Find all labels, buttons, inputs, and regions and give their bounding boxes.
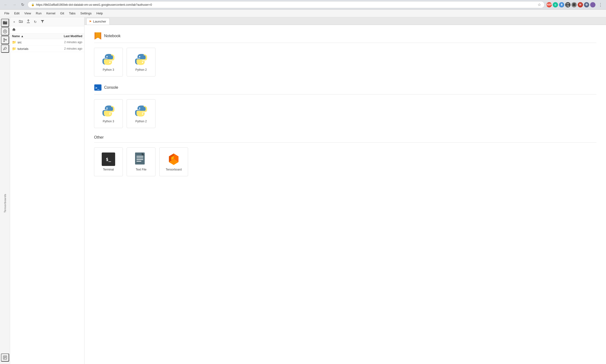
menu-tabs[interactable]: Tabs [66,11,78,16]
name-column-header[interactable]: Name ▲ [12,35,51,38]
app-container: File Edit View Run Kernel Git Tabs Setti… [0,10,606,364]
svg-point-16 [106,56,108,57]
upload-button[interactable] [26,19,31,25]
tensorboards-label[interactable]: Tensorboards [4,191,6,215]
menu-bar: File Edit View Run Kernel Git Tabs Setti… [0,10,606,17]
menu-run[interactable]: Run [33,11,44,16]
launcher-tab-label: Launcher [93,20,106,23]
svg-point-23 [109,113,111,115]
home-breadcrumb[interactable] [10,26,84,34]
home-icon-button[interactable] [12,28,16,32]
user-avatar[interactable] [590,2,595,7]
browser-chrome: ← → ↻ 🔒 https://9b02af8a91900eb-dot-data… [0,0,606,10]
tensorboard-card-icon [167,153,180,166]
launcher-main: Notebook [84,25,606,364]
svg-rect-29 [136,159,143,160]
back-button[interactable]: ← [2,2,9,8]
sidebar-icon-panel: Tensorboards [0,17,10,364]
svg-point-19 [142,62,143,63]
console-section-icon: >_ [94,84,102,91]
notebook-section-icon [94,32,102,40]
ext-blue-1[interactable]: ⤊ [559,2,564,7]
folder-icon: 📁 [12,40,16,44]
console-section-title: Console [104,85,118,90]
svg-marker-15 [95,32,100,39]
textfile-card-label: Text File [136,168,146,171]
sidebar-snippets-button[interactable] [1,353,9,362]
notebook-section-title: Notebook [104,34,121,38]
svg-point-22 [106,108,108,109]
menu-git[interactable]: Git [58,11,67,16]
lock-icon: 🔒 [31,3,35,6]
menu-file[interactable]: File [2,11,12,16]
address-bar[interactable]: 🔒 https://9b02af8a91900eb-dot-datalab-vm… [27,1,545,8]
python2-notebook-icon [134,53,148,66]
forward-button[interactable]: → [11,2,18,8]
file-browser-panel: + ↻ Name ▲ [10,17,84,364]
python3-console-label: Python 3 [103,120,114,123]
notebook-cards-row: Python 3 Python 2 [94,48,596,77]
sidebar-running-button[interactable] [1,27,9,36]
python3-notebook-icon [102,53,115,66]
menu-kernel[interactable]: Kernel [44,11,58,16]
terminal-dollar-sign: $_ [106,157,111,162]
screen-extension[interactable]: ⬛ [571,2,577,7]
git-extension[interactable]: GitZip [565,2,570,7]
launcher-tab[interactable]: ⚑ Launcher [86,18,110,25]
other-divider [94,143,596,143]
python2-console-card[interactable]: Python 2 [127,99,156,128]
textfile-card[interactable]: Text File [127,147,156,176]
modified-column-header[interactable]: Last Modified [51,35,82,38]
other-section-title: Other [94,135,104,140]
console-cards-row: Python 3 Python 2 [94,99,596,128]
python3-notebook-card[interactable]: Python 3 [94,48,123,77]
python2-console-icon [134,104,148,118]
launcher-tab-icon: ⚑ [89,20,92,23]
svg-point-25 [142,113,143,115]
main-area: Tensorboards + ↻ [0,17,606,364]
sidebar-paint-button[interactable] [1,45,9,53]
extensions-area: ABP G ⤊ GitZip ⬛ M ⚙ [546,2,595,7]
gear-extension[interactable]: ⚙ [584,2,589,7]
grammarly-extension[interactable]: G [553,2,558,7]
reload-button[interactable]: ↻ [20,1,26,8]
svg-rect-30 [136,161,141,162]
python2-notebook-card[interactable]: Python 2 [127,48,156,77]
file-list: 📁 src 2 minutes ago 📁 tutorials 2 minute… [10,39,84,364]
content-area: ⚑ Launcher Notebook [84,17,606,364]
refresh-button[interactable]: ↻ [33,19,38,25]
sidebar-files-button[interactable] [1,19,9,27]
menu-settings[interactable]: Settings [78,11,94,16]
svg-point-18 [139,56,140,57]
menu-edit[interactable]: Edit [12,11,22,16]
file-list-header: Name ▲ Last Modified [10,34,84,39]
python3-console-card[interactable]: Python 3 [94,99,123,128]
python3-notebook-label: Python 3 [103,68,114,71]
svg-rect-2 [3,22,7,24]
list-item[interactable]: 📁 tutorials 2 minutes ago [10,46,84,52]
abp-extension[interactable]: ABP [546,2,552,7]
file-panel-toolbar: + ↻ [10,17,84,26]
svg-rect-27 [136,156,143,156]
sidebar-git-button[interactable] [1,36,9,44]
svg-point-4 [4,38,5,39]
menu-view[interactable]: View [22,11,33,16]
svg-rect-28 [136,157,143,158]
new-folder-button[interactable] [18,19,24,25]
red-extension[interactable]: M [578,2,583,7]
svg-point-17 [109,62,111,63]
menu-help[interactable]: Help [94,11,105,16]
terminal-card[interactable]: $_ Terminal [94,147,123,176]
new-file-button[interactable]: + [12,19,16,25]
textfile-card-icon [134,153,148,166]
notebook-divider [94,43,596,43]
filter-button[interactable] [39,19,46,25]
terminal-card-icon: $_ [102,153,115,166]
tensorboard-card[interactable]: Tensorboard [159,147,188,176]
sort-arrow-icon: ▲ [21,35,24,38]
tabs-bar: ⚑ Launcher [84,17,606,25]
browser-menu-button[interactable]: ⋮ [597,2,604,8]
list-item[interactable]: 📁 src 2 minutes ago [10,39,84,46]
bookmark-icon: ☆ [538,2,541,7]
python2-console-label: Python 2 [135,120,146,123]
